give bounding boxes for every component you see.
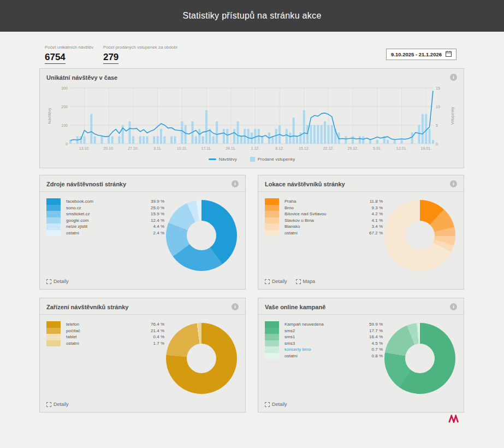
legend-item: koncerty brno0.7 % [265, 346, 383, 353]
legend-label: nelze zjistit [66, 224, 139, 229]
legend-label: Návštěvy [219, 157, 237, 162]
ticket-bar [293, 117, 295, 144]
ticket-bar [132, 136, 134, 144]
line-swatch-icon [209, 158, 216, 160]
details-link[interactable]: Detaily [46, 279, 69, 284]
x-axis-tick: 29.12. [347, 146, 358, 150]
card-title: Zařízení návštěvníků stránky [46, 304, 128, 310]
legend-percent: 9.3 % [358, 205, 383, 210]
ticket-bar [411, 133, 413, 144]
left-axis-tick: 200 [61, 105, 68, 109]
legend-percent: 12.4 % [139, 218, 164, 223]
ticket-bar [306, 125, 309, 144]
ticket-bar [401, 140, 403, 144]
legend-item: ostatní2.4 % [46, 230, 164, 237]
brand-logo[interactable] [448, 415, 459, 425]
legend-label: facebook.com [66, 199, 139, 204]
stat-label: Počet prodaných vstupenek za období [103, 45, 177, 50]
legend-percent: 76.4 % [139, 322, 164, 327]
ticket-bar [233, 129, 235, 144]
time-chart-svg: 0100200300051015NávštěvyVstupenky13.10.2… [45, 85, 458, 154]
info-icon[interactable]: i [232, 303, 239, 310]
x-axis-tick: 5.01. [373, 146, 382, 150]
legend-percent: 21.4 % [139, 328, 164, 333]
details-link[interactable]: Detaily [265, 402, 287, 407]
details-link[interactable]: Detaily [46, 402, 69, 407]
legend-percent: 1.7 % [139, 341, 164, 346]
legend-swatch [265, 205, 279, 211]
ticket-bar [160, 129, 162, 144]
calendar-icon [446, 51, 452, 58]
ticket-bar [394, 140, 396, 144]
legend-item: smsticket.cz15.9 % [46, 211, 164, 217]
ticket-bar [195, 136, 197, 144]
ticket-bar [254, 129, 256, 144]
donut-legend: facebook.com39.9 %sono.cz25.0 %smsticket… [46, 198, 164, 236]
legend-swatch [46, 230, 61, 237]
card-header: Lokace návštěvníků stránkyi [258, 175, 464, 192]
legend-swatch [265, 230, 279, 237]
legend-swatch [46, 217, 61, 224]
donut-chart [384, 200, 455, 271]
ticket-bar [286, 129, 288, 144]
ticket-bar [327, 125, 329, 144]
legend-label: Praha [284, 199, 358, 204]
expand-icon [46, 279, 51, 284]
map-link[interactable]: Mapa [296, 279, 316, 284]
ticket-bar [376, 140, 378, 144]
ticket-bar [429, 129, 431, 144]
card-footer: DetailyMapa [265, 279, 315, 284]
stats-row: Počet unikátních návštěv 6754 Počet prod… [45, 45, 177, 64]
legend-label[interactable]: koncerty brno [284, 347, 358, 352]
legend-item: ostatní1.7 % [46, 340, 164, 347]
left-axis-tick: 100 [61, 123, 68, 127]
ticket-bar [226, 129, 228, 144]
x-axis-tick: 13.10. [79, 146, 90, 150]
legend-item: tablet0.4 % [46, 334, 164, 340]
ticket-bar [236, 121, 239, 144]
ticket-bar [216, 121, 218, 144]
ticket-bar [345, 136, 347, 144]
ticket-bar [422, 114, 424, 144]
legend-percent: 0.7 % [358, 347, 383, 352]
x-axis-tick: 20.10. [103, 146, 114, 150]
legend-item: ostatní67.2 % [265, 230, 383, 237]
app-header: Statistiky přístupů na stránku akce [0, 0, 504, 32]
legend-swatch [46, 211, 61, 217]
legend-percent: 0.4 % [139, 334, 164, 339]
x-axis-tick: 3.11. [153, 146, 162, 150]
card-title: Lokace návštěvníků stránky [265, 181, 345, 187]
donut-legend: telefon76.4 %počítač21.4 %tablet0.4 %ost… [46, 321, 164, 346]
legend-percent: 16.4 % [358, 334, 383, 339]
legend-label: počítač [66, 328, 139, 333]
legend-percent: 17.7 % [358, 328, 383, 333]
legend-item-tickets: Prodané vstupenky [250, 157, 295, 162]
legend-item: Kampaň neuvedena59.9 % [265, 321, 383, 328]
info-icon[interactable]: i [450, 74, 457, 81]
donut-hole [187, 221, 216, 250]
x-axis-tick: 17.11. [201, 146, 212, 150]
donut-chart [166, 323, 237, 394]
legend-label: sms3 [284, 341, 358, 346]
info-icon[interactable]: i [450, 180, 457, 187]
legend-percent: 4.4 % [139, 224, 164, 229]
ticket-bar [174, 136, 176, 144]
info-icon[interactable]: i [232, 180, 239, 187]
ticket-bar [139, 136, 141, 144]
legend-item: facebook.com39.9 % [46, 198, 164, 205]
ticket-bar [296, 136, 298, 144]
card-header: Vaše online kampaněi [258, 298, 464, 315]
ticket-bar [369, 140, 371, 144]
ticket-bar [108, 136, 110, 144]
info-icon[interactable]: i [450, 303, 457, 310]
donut-chart [384, 323, 455, 394]
ticket-bar [202, 136, 204, 144]
legend-item: počítač21.4 % [46, 328, 164, 334]
details-link[interactable]: Detaily [265, 279, 287, 284]
x-axis-tick: 22.12. [323, 146, 334, 150]
ticket-bar [146, 136, 148, 144]
footer-link-label: Detaily [54, 402, 69, 407]
date-range-picker[interactable]: 9.10.2025 - 21.1.2026 [386, 49, 456, 60]
legend-label: Slavkov u Brna [284, 218, 358, 223]
legend-swatch [265, 223, 279, 230]
